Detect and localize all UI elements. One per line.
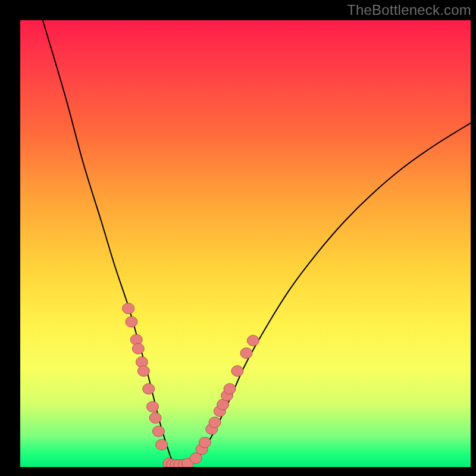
data-marker [240,347,252,358]
data-marker [156,439,168,450]
data-marker [149,412,161,423]
plot-area [20,20,471,467]
data-marker [152,426,164,437]
curve-path [43,20,471,467]
data-marker [224,384,236,394]
data-marker [231,366,243,377]
watermark-text: TheBottleneck.com [347,2,471,18]
data-marker [247,335,259,346]
chart-svg [20,20,471,467]
data-marker [126,317,137,327]
data-marker [147,402,159,412]
data-marker [137,366,149,377]
data-marker [209,417,221,428]
data-marker [123,303,134,314]
data-marker [143,384,155,394]
data-marker [199,437,211,448]
data-marker [132,343,144,354]
chart-frame: TheBottleneck.com [0,0,476,476]
